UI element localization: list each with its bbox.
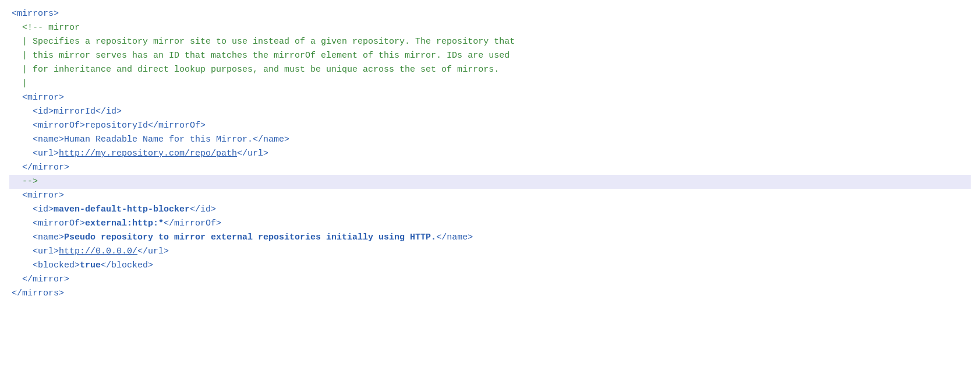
code-line: <url>http://0.0.0.0/</url> (9, 245, 971, 259)
tag-part: </url> (137, 246, 169, 256)
code-line: <mirrorOf>external:http:*</mirrorOf> (9, 217, 971, 231)
tag-part: <url> (12, 149, 59, 158)
tag-part: <url> (12, 246, 59, 256)
code-line: <name>Human Readable Name for this Mirro… (9, 133, 971, 147)
code-line: --> (9, 175, 971, 189)
comment-part: | for inheritance and direct lookup purp… (12, 65, 499, 75)
bold-part: Pseudo repository to mirror external rep… (64, 232, 436, 242)
tag-part: </mirror> (12, 274, 69, 284)
code-line: <mirrors> (9, 7, 971, 21)
bold-part: maven-default-http-blocker (54, 205, 190, 214)
tag-part: </url> (237, 149, 268, 158)
code-line: </mirrors> (9, 287, 971, 301)
tag-part: </id> (190, 205, 216, 214)
code-line: <id>mirrorId</id> (9, 105, 971, 119)
url-part: http://my.repository.com/repo/path (59, 149, 237, 158)
bold-part: true (80, 260, 101, 270)
tag-part: <mirrors> (12, 9, 59, 19)
tag-part: </mirrors> (12, 288, 64, 298)
code-container: <mirrors> <!-- mirror | Specifies a repo… (9, 7, 971, 301)
code-line: </mirror> (9, 273, 971, 287)
tag-part: <mirror> (12, 93, 64, 103)
tag-part: <mirrorOf> (12, 219, 85, 228)
text-part: Human Readable Name for this Mirror. (64, 135, 253, 145)
comment-part: <!-- mirror (12, 23, 80, 33)
code-line: <mirrorOf>repositoryId</mirrorOf> (9, 119, 971, 133)
code-line: <mirror> (9, 189, 971, 203)
tag-part: <id> (12, 107, 54, 117)
code-line: <url>http://my.repository.com/repo/path<… (9, 147, 971, 161)
tag-part: <name> (12, 135, 64, 145)
tag-part: <mirrorOf> (12, 121, 85, 131)
tag-part: </blocked> (101, 260, 153, 270)
tag-part: </name> (436, 232, 473, 242)
tag-part: <id> (12, 205, 54, 214)
code-line: | (9, 77, 971, 91)
code-line: </mirror> (9, 161, 971, 175)
code-line: <mirror> (9, 91, 971, 105)
comment-part: | Specifies a repository mirror site to … (12, 37, 515, 47)
code-line: <blocked>true</blocked> (9, 259, 971, 273)
code-line: | Specifies a repository mirror site to … (9, 35, 971, 49)
comment-part: --> (12, 177, 38, 186)
url-part: http://0.0.0.0/ (59, 246, 137, 256)
tag-part: </name> (253, 135, 289, 145)
tag-part: <name> (12, 232, 64, 242)
tag-part: <mirror> (12, 191, 64, 200)
code-line: | this mirror serves has an ID that matc… (9, 49, 971, 63)
code-line: <id>maven-default-http-blocker</id> (9, 203, 971, 217)
comment-part: | this mirror serves has an ID that matc… (12, 51, 510, 61)
tag-part: </mirror> (12, 163, 69, 172)
code-line: <name>Pseudo repository to mirror extern… (9, 231, 971, 245)
code-line: | for inheritance and direct lookup purp… (9, 63, 971, 77)
text-part: repositoryId (85, 121, 148, 131)
tag-part: <blocked> (12, 260, 80, 270)
bold-part: external:http:* (85, 219, 164, 228)
tag-part: </id> (95, 107, 122, 117)
tag-part: </mirrorOf> (164, 219, 221, 228)
tag-part: </mirrorOf> (148, 121, 206, 131)
text-part: mirrorId (54, 107, 95, 117)
code-line: <!-- mirror (9, 21, 971, 35)
comment-part: | (12, 79, 27, 89)
